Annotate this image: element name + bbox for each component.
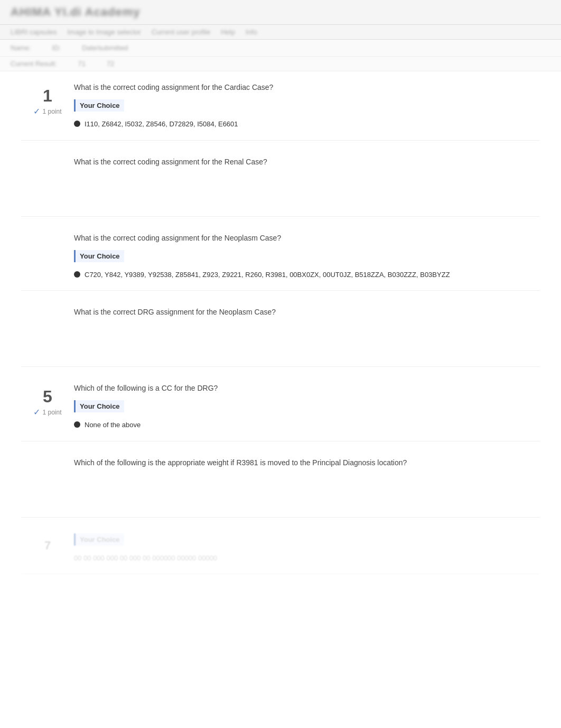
current-result-label: Current Result: <box>11 60 57 68</box>
choice-text-7: 00 00 000 000 00 000 00 000000 00000 000… <box>74 553 217 564</box>
check-icon-5: ✓ <box>33 407 40 417</box>
nav-item-3[interactable]: Current user profile <box>152 28 210 36</box>
no-number-col-3 <box>21 233 74 280</box>
nav-item-1[interactable]: LIBRI capsules <box>11 28 57 36</box>
id-label: ID: <box>52 44 61 52</box>
bullet-dot-3 <box>74 271 80 278</box>
empty-answer-6 <box>74 475 540 506</box>
question-text-1: What is the correct coding assignment fo… <box>74 82 540 93</box>
bullet-dot-5 <box>74 421 80 428</box>
question-text-4: What is the correct DRG assignment for t… <box>74 307 540 318</box>
question-block-6: Which of the following is the appropriat… <box>21 457 540 518</box>
question-text-3: What is the correct coding assignment fo… <box>74 233 540 244</box>
header-bar: AHIMA YI.di Academy <box>0 0 561 25</box>
nav-item-4[interactable]: Help <box>221 28 235 36</box>
nav-item-5[interactable]: Info <box>246 28 257 36</box>
question-number-col-7: 7 <box>21 533 74 564</box>
question-number-1: 1 <box>43 87 52 104</box>
choice-text-1: I110, Z6842, I5032, Z8546, D72829, I5084… <box>85 119 238 130</box>
points-row-5: ✓ 1 point <box>33 407 61 417</box>
question-body-4: What is the correct DRG assignment for t… <box>74 307 540 356</box>
question-text-6: Which of the following is the appropriat… <box>74 457 540 468</box>
choice-item-1: I110, Z6842, I5032, Z8546, D72829, I5084… <box>74 119 540 130</box>
main-content: 1 ✓ 1 point What is the correct coding a… <box>0 71 561 601</box>
meta-row-1: Name: ID: Date/submitted <box>0 40 561 57</box>
your-choice-label-5: Your Choice <box>74 400 124 412</box>
question-block-3: What is the correct coding assignment fo… <box>21 233 540 291</box>
question-body-6: Which of the following is the appropriat… <box>74 457 540 506</box>
question-block-7-blurred: 7 Your Choice 00 00 000 000 00 000 00 00… <box>21 533 540 575</box>
no-number-col-6 <box>21 457 74 506</box>
name-label: Name: <box>11 44 31 52</box>
question-block-4: What is the correct DRG assignment for t… <box>21 307 540 367</box>
check-icon-1: ✓ <box>33 106 40 116</box>
points-text-1: 1 point <box>42 108 61 115</box>
meta-row-2: Current Result: 71 72 <box>0 57 561 71</box>
points-text-5: 1 point <box>42 409 61 416</box>
choice-item-7: 00 00 000 000 00 000 00 000000 00000 000… <box>74 553 540 564</box>
question-number-col-1: 1 ✓ 1 point <box>21 82 74 130</box>
question-body-3: What is the correct coding assignment fo… <box>74 233 540 280</box>
question-body-2: What is the correct coding assignment fo… <box>74 156 540 206</box>
choice-text-3: C720, Y842, Y9389, Y92538, Z85841, Z923,… <box>85 270 450 280</box>
nav-item-2[interactable]: Image to Image selector <box>67 28 141 36</box>
question-text-2: What is the correct coding assignment fo… <box>74 156 540 168</box>
no-number-col-4 <box>21 307 74 356</box>
no-number-col-2 <box>21 156 74 206</box>
choice-text-5: None of the above <box>85 420 141 430</box>
score-2: 72 <box>107 60 114 68</box>
your-choice-label-3: Your Choice <box>74 250 124 262</box>
your-choice-label-1: Your Choice <box>74 99 124 112</box>
your-choice-label-7: Your Choice <box>74 533 124 546</box>
question-number-col-5: 5 ✓ 1 point <box>21 383 74 430</box>
choice-item-5: None of the above <box>74 420 540 430</box>
points-row-1: ✓ 1 point <box>33 106 61 116</box>
question-body-1: What is the correct coding assignment fo… <box>74 82 540 130</box>
choice-item-3: C720, Y842, Y9389, Y92538, Z85841, Z923,… <box>74 270 540 280</box>
question-number-7: 7 <box>44 539 51 552</box>
question-number-5: 5 <box>43 388 52 405</box>
question-block-5: 5 ✓ 1 point Which of the following is a … <box>21 383 540 441</box>
question-block-2: What is the correct coding assignment fo… <box>21 156 540 217</box>
app-title: AHIMA YI.di Academy <box>11 5 550 19</box>
question-text-5: Which of the following is a CC for the D… <box>74 383 540 394</box>
date-submitted-label: Date/submitted <box>82 44 128 52</box>
question-body-7: Your Choice 00 00 000 000 00 000 00 0000… <box>74 533 540 564</box>
score-1: 71 <box>78 60 85 68</box>
question-body-5: Which of the following is a CC for the D… <box>74 383 540 430</box>
empty-answer-4 <box>74 324 540 356</box>
empty-answer-2 <box>74 174 540 206</box>
nav-bar: LIBRI capsules Image to Image selector C… <box>0 25 561 40</box>
question-block-1: 1 ✓ 1 point What is the correct coding a… <box>21 82 540 141</box>
bullet-dot-1 <box>74 121 80 127</box>
